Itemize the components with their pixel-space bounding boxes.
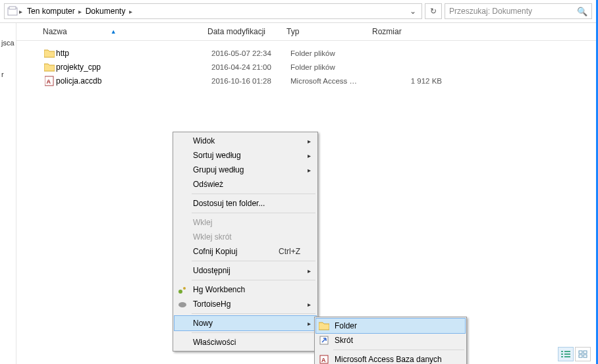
ctx-nowy[interactable]: Nowy▸: [174, 315, 317, 331]
status-bar: [558, 347, 591, 361]
ctx-sortuj[interactable]: Sortuj według▸: [175, 148, 316, 163]
svg-point-4: [178, 290, 182, 294]
file-date: 2016-04-24 21:00: [211, 63, 290, 71]
ctx-wklejskrot: Wklej skrót: [175, 230, 316, 244]
ctx-wklej: Wklej: [175, 215, 316, 230]
col-type[interactable]: Typ: [286, 27, 372, 36]
sidebar-item[interactable]: r: [0, 68, 16, 81]
chevron-right-icon: ▸: [308, 167, 311, 174]
sidebar-item[interactable]: jsca: [0, 36, 16, 49]
address-dropdown-icon[interactable]: ⌄: [407, 7, 419, 16]
folder-icon: [319, 321, 329, 331]
search-placeholder: Przeszukaj: Dokumenty: [449, 7, 532, 16]
svg-rect-18: [579, 355, 582, 357]
crumb-root[interactable]: Ten komputer: [26, 7, 76, 16]
separator: [192, 194, 315, 194]
ctx-widok[interactable]: Widok▸: [175, 134, 316, 148]
col-name[interactable]: Nazwa ▲: [43, 27, 207, 36]
ctx-odswiez[interactable]: Odśwież: [175, 177, 316, 192]
shortcut-icon: [319, 335, 329, 346]
separator: [333, 350, 464, 350]
hg-icon: [177, 284, 188, 295]
svg-rect-10: [561, 351, 563, 352]
folder-doc-icon: [7, 6, 18, 16]
address-bar: ▸ Ten komputer ▸ Dokumenty ▸ ⌄ ↻ Przeszu…: [0, 0, 596, 23]
tortoise-icon: [177, 299, 188, 309]
chevron-right-icon: ▸: [308, 152, 311, 159]
view-icons-button[interactable]: [575, 347, 591, 361]
nav-sidebar: jsca r: [0, 23, 16, 364]
svg-rect-11: [564, 351, 570, 352]
view-details-button[interactable]: [558, 347, 574, 361]
large-icons-icon: [578, 350, 587, 358]
svg-point-5: [183, 287, 186, 290]
file-name: http: [56, 49, 211, 58]
chevron-right-icon[interactable]: ▸: [78, 8, 83, 15]
table-row[interactable]: Apolicja.accdb2016-10-16 01:28Microsoft …: [43, 74, 596, 88]
svg-rect-16: [579, 351, 582, 353]
file-size: 1 912 KB: [376, 77, 454, 85]
ctx-udostepnij[interactable]: Udostępnij▸: [175, 263, 316, 278]
refresh-icon: ↻: [430, 7, 437, 16]
table-row[interactable]: projekty_cpp2016-04-24 21:00Folder plikó…: [43, 60, 596, 74]
file-date: 2016-05-07 22:34: [211, 49, 290, 57]
sub-access[interactable]: A Microsoft Access Baza danych: [316, 352, 465, 364]
folder-icon: [43, 49, 56, 58]
file-type: Microsoft Access …: [290, 77, 376, 85]
folder-icon: [43, 63, 56, 72]
refresh-button[interactable]: ↻: [425, 3, 442, 19]
svg-rect-13: [564, 353, 570, 355]
sort-asc-icon: ▲: [111, 28, 117, 35]
file-type: Folder plików: [290, 49, 376, 57]
details-icon: [561, 350, 570, 358]
search-input[interactable]: Przeszukaj: Dokumenty 🔍: [445, 3, 592, 19]
chevron-right-icon[interactable]: ▸: [18, 8, 23, 15]
sub-skrot[interactable]: Skrót: [316, 333, 465, 348]
file-name: policja.accdb: [56, 76, 211, 86]
ctx-grupuj[interactable]: Grupuj według▸: [175, 163, 316, 177]
separator: [192, 213, 315, 213]
col-size[interactable]: Rozmiar: [372, 27, 438, 36]
context-submenu-nowy: Folder Skrót A Microsoft Access Baza dan…: [314, 317, 467, 364]
ctx-thg[interactable]: TortoiseHg▸: [175, 297, 316, 311]
ctx-hgwb[interactable]: Hg Workbench: [175, 282, 316, 297]
file-list: http2016-05-07 22:34Folder plikówprojekt…: [16, 41, 596, 88]
chevron-right-icon[interactable]: ▸: [128, 8, 133, 15]
file-date: 2016-10-16 01:28: [211, 77, 290, 85]
ctx-wlasc[interactable]: Właściwości: [175, 335, 316, 350]
shortcut: Ctrl+Z: [279, 247, 300, 256]
svg-rect-14: [561, 356, 563, 357]
file-type: Folder plików: [290, 63, 376, 71]
breadcrumb[interactable]: ▸ Ten komputer ▸ Dokumenty ▸ ⌄: [4, 3, 422, 19]
ctx-dostosuj[interactable]: Dostosuj ten folder...: [175, 196, 316, 211]
column-headers: Nazwa ▲ Data modyfikacji Typ Rozmiar: [16, 23, 596, 41]
svg-text:A: A: [47, 78, 51, 85]
col-date[interactable]: Data modyfikacji: [207, 27, 286, 36]
separator: [192, 261, 315, 261]
search-icon: 🔍: [577, 7, 587, 16]
sub-folder[interactable]: Folder: [315, 318, 466, 334]
chevron-right-icon: ▸: [308, 301, 311, 308]
svg-rect-17: [584, 351, 587, 353]
svg-point-6: [178, 302, 186, 307]
access-icon: A: [43, 76, 56, 86]
svg-rect-15: [564, 356, 570, 357]
ctx-cofnij[interactable]: Cofnij KopiujCtrl+Z: [175, 244, 316, 259]
crumb-current[interactable]: Dokumenty: [84, 7, 127, 16]
chevron-right-icon: ▸: [308, 267, 311, 274]
context-menu: Widok▸ Sortuj według▸ Grupuj według▸ Odś…: [173, 132, 318, 351]
separator: [192, 332, 315, 333]
svg-rect-1: [9, 7, 16, 9]
chevron-right-icon: ▸: [308, 138, 311, 145]
chevron-right-icon: ▸: [308, 320, 311, 327]
access-icon: A: [319, 354, 329, 364]
table-row[interactable]: http2016-05-07 22:34Folder plików: [43, 46, 596, 60]
svg-rect-19: [584, 355, 587, 357]
svg-text:A: A: [321, 357, 326, 363]
separator: [192, 280, 315, 280]
svg-rect-12: [561, 353, 563, 355]
separator: [192, 313, 315, 314]
file-name: projekty_cpp: [56, 63, 211, 72]
